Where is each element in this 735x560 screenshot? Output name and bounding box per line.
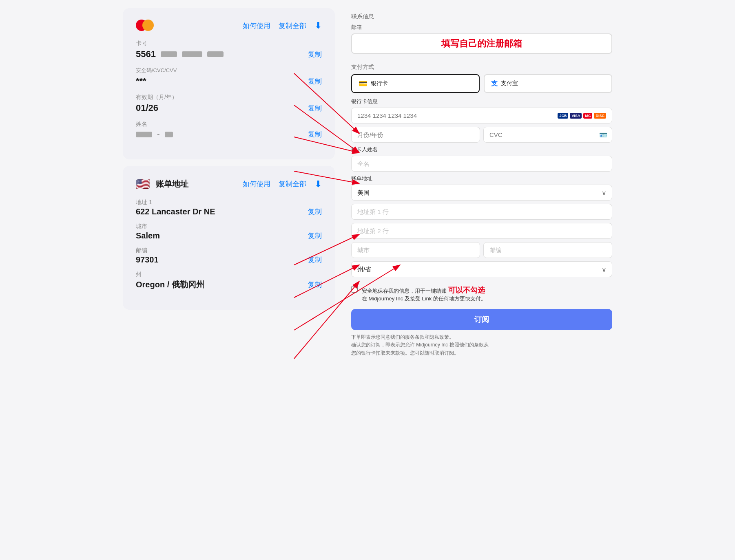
city-row: Salem 复制 (136, 231, 322, 240)
name-label: 姓名 (136, 121, 322, 128)
save-info-row: 安全地保存我的信息，用于一键结账 可以不勾选 在 Midjourney Inc … (351, 285, 612, 302)
city-value: Salem (136, 231, 160, 240)
subscribe-button[interactable]: 订阅 (351, 309, 612, 330)
addr1-row: 622 Lancaster Dr NE 复制 (136, 207, 322, 216)
expiry-label: 有效期（月/年） (136, 94, 322, 101)
alipay-icon: 支 (491, 79, 498, 88)
copy-card-number-btn[interactable]: 复制 (308, 50, 322, 59)
card-number-value: 5561 (136, 49, 224, 60)
payment-methods-group: 💳 银行卡 支 支付宝 (351, 74, 612, 93)
copy-cvc-btn[interactable]: 复制 (308, 77, 322, 86)
city-zip-row (351, 242, 612, 258)
mc-logo: MC (583, 113, 592, 119)
copy-all-link[interactable]: 复制全部 (279, 21, 306, 31)
save-info-checkbox[interactable] (351, 286, 358, 293)
email-annotation: 填写自己的注册邮箱 (351, 33, 612, 54)
state-field: 州 Oregon / 俄勒冈州 复制 (136, 271, 322, 290)
state-select[interactable]: 州/省 (351, 261, 612, 277)
alipay-btn[interactable]: 支 支付宝 (484, 74, 612, 93)
city-input[interactable] (351, 242, 480, 258)
addr1-label: 地址 1 (136, 199, 322, 206)
copy-addr1-btn[interactable]: 复制 (308, 207, 322, 216)
discover-logo: DISC (594, 113, 606, 119)
addr1-field: 地址 1 622 Lancaster Dr NE 复制 (136, 199, 322, 216)
card-info-section-label: 银行卡信息 (351, 98, 612, 105)
copy-zip-btn[interactable]: 复制 (308, 255, 322, 265)
checkbox-sub-label: 在 Midjourney Inc 及接受 Link 的任何地方更快支付。 (362, 295, 486, 302)
zip-field: 邮编 97301 复制 (136, 247, 322, 265)
cvc-input[interactable] (483, 127, 612, 143)
zip-input[interactable] (483, 242, 612, 258)
bank-card-btn[interactable]: 💳 银行卡 (351, 74, 480, 93)
name-field: 姓名 - 复制 (136, 121, 322, 139)
addr-download-icon[interactable]: ⬇ (314, 179, 322, 190)
addr1-input[interactable] (351, 204, 612, 220)
city-field: 城市 Salem 复制 (136, 223, 322, 240)
email-section: 邮箱 填写自己的注册邮箱 (351, 24, 612, 59)
jcb-logo: JCB (558, 113, 568, 119)
email-label: 邮箱 (351, 24, 612, 31)
card-number-input[interactable] (357, 112, 558, 119)
country-select-wrap: 美国 ∨ (351, 185, 612, 201)
addr-how-to-use-link[interactable]: 如何使用 (243, 179, 270, 189)
terms-line-2: 确认您的订阅，即表示您允许 Midjourney Inc 按照他们的条款从 (351, 341, 612, 349)
terms-line-3: 您的银行卡扣取未来款项。您可以随时取消订阅。 (351, 349, 612, 357)
mastercard-logo (136, 20, 155, 32)
card-number-label: 卡号 (136, 40, 322, 47)
billing-section-label: 账单地址 (351, 175, 612, 182)
copy-expiry-btn[interactable]: 复制 (308, 104, 322, 113)
terms-line-1: 下单即表示您同意我们的服务条款和隐私政策。 (351, 333, 612, 341)
checkbox-main-label: 安全地保存我的信息，用于一键结账 (362, 288, 447, 294)
state-row: Oregon / 俄勒冈州 复制 (136, 279, 322, 290)
expiry-input-wrap (351, 127, 480, 143)
contact-section-title: 联系信息 (351, 13, 612, 20)
visa-logo: VISA (570, 113, 582, 119)
card-header: 如何使用 复制全部 ⬇ (136, 20, 322, 32)
expiry-field: 有效期（月/年） 01/26 复制 (136, 94, 322, 113)
bank-card-label: 银行卡 (371, 80, 388, 87)
left-panel: 如何使用 复制全部 ⬇ 卡号 5561 复制 (123, 8, 335, 357)
checkbox-label-wrap: 安全地保存我的信息，用于一键结账 可以不勾选 在 Midjourney Inc … (362, 285, 486, 302)
cardholder-section-label: 持卡人姓名 (351, 146, 612, 153)
cvc-value: *** (136, 76, 146, 86)
download-icon[interactable]: ⬇ (314, 20, 322, 31)
cvc-label: 安全码/CVC/CVV (136, 67, 322, 74)
state-label: 州 (136, 271, 322, 278)
name-redacted-2 (165, 132, 173, 137)
alipay-label: 支付宝 (501, 80, 518, 87)
copy-name-btn[interactable]: 复制 (308, 130, 322, 139)
cvc-field: 安全码/CVC/CVV *** 复制 (136, 67, 322, 86)
address-title-row: 🇺🇸 账单地址 (136, 177, 188, 191)
card-icon: 💳 (359, 79, 368, 88)
redacted-block-2 (182, 51, 202, 57)
name-redacted-1 (136, 132, 152, 137)
card-number-field: 卡号 5561 复制 (136, 40, 322, 60)
copy-city-btn[interactable]: 复制 (308, 231, 322, 240)
card-section: 如何使用 复制全部 ⬇ 卡号 5561 复制 (123, 8, 335, 159)
address-header-actions: 如何使用 复制全部 ⬇ (243, 179, 322, 190)
country-select[interactable]: 美国 (351, 185, 612, 201)
mc-orange-circle (142, 20, 154, 31)
zip-row: 97301 复制 (136, 255, 322, 265)
zip-label: 邮编 (136, 247, 322, 254)
address-header: 🇺🇸 账单地址 如何使用 复制全部 ⬇ (136, 177, 322, 191)
cvc-input-wrap: 🪪 (483, 127, 612, 143)
expiry-input[interactable] (351, 127, 480, 143)
terms-text: 下单即表示您同意我们的服务条款和隐私政策。 确认您的订阅，即表示您允许 Midj… (351, 333, 612, 357)
name-value: - (136, 130, 173, 139)
copy-state-btn[interactable]: 复制 (308, 280, 322, 289)
expiry-row: 01/26 复制 (136, 103, 322, 113)
zip-value: 97301 (136, 255, 159, 265)
card-number-row: 5561 复制 (136, 49, 322, 60)
state-value: Oregon / 俄勒冈州 (136, 279, 204, 290)
cardholder-input[interactable] (351, 156, 612, 172)
us-flag-icon: 🇺🇸 (136, 177, 150, 191)
addr2-input[interactable] (351, 223, 612, 239)
card-header-actions: 如何使用 复制全部 ⬇ (243, 20, 322, 31)
right-panel: 联系信息 邮箱 填写自己的注册邮箱 支付方式 💳 银行卡 支 支付宝 银行卡信息… (351, 8, 612, 357)
expiry-cvc-row: 🪪 (351, 127, 612, 143)
addr-copy-all-link[interactable]: 复制全部 (279, 179, 306, 189)
name-row: - 复制 (136, 130, 322, 139)
addr1-value: 622 Lancaster Dr NE (136, 207, 215, 216)
how-to-use-link[interactable]: 如何使用 (243, 21, 270, 31)
